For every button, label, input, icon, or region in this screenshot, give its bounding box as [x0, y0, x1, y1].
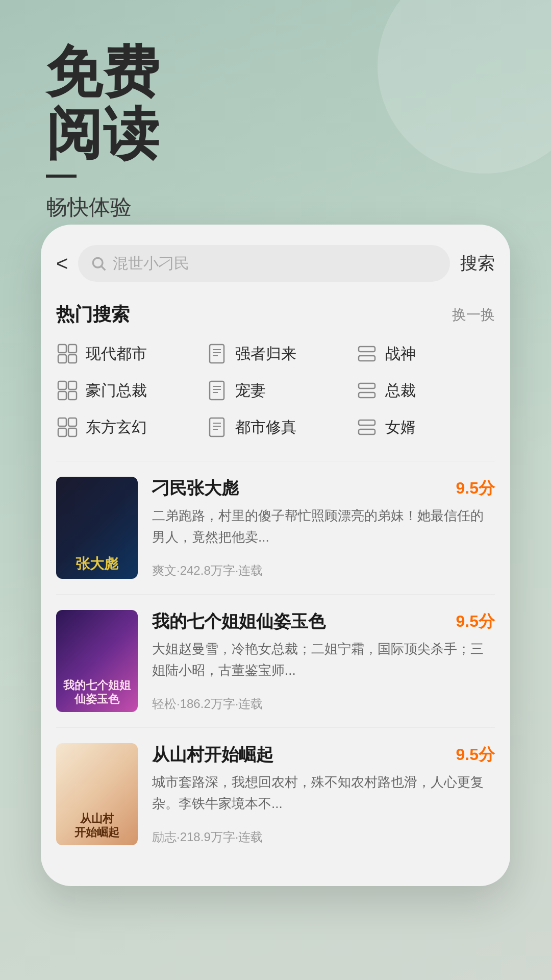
book-meta: 励志·218.9万字·连载: [152, 829, 495, 845]
book-cover: 从山村 开始崛起: [56, 743, 138, 845]
svg-rect-15: [68, 391, 77, 400]
list-icon: [356, 342, 378, 365]
book-title: 从山村开始崛起: [152, 743, 273, 767]
svg-rect-26: [210, 418, 224, 436]
book-info: 刁民张大彪 9.5分 二弟跑路，村里的傻子帮忙照顾漂亮的弟妹！她最信任的男人，竟…: [152, 477, 495, 579]
hot-tag-item[interactable]: 总裁: [356, 379, 495, 402]
tag-label: 总裁: [385, 380, 416, 401]
svg-rect-16: [210, 381, 224, 400]
book-title-row: 刁民张大彪 9.5分: [152, 477, 495, 500]
svg-rect-31: [359, 429, 375, 434]
tag-label: 东方玄幻: [86, 417, 147, 438]
hero-section: 免费 阅读 畅快体验: [46, 41, 160, 222]
book-list: 张大彪 刁民张大彪 9.5分 二弟跑路，村里的傻子帮忙照顾漂亮的弟妹！她最信任的…: [56, 461, 495, 861]
tag-label: 宠妻: [235, 380, 266, 401]
background-decoration: [378, 0, 551, 174]
book-meta: 轻松·186.2万字·连载: [152, 696, 495, 712]
cover-text: 我的七个姐姐 仙姿玉色: [63, 679, 131, 706]
svg-rect-5: [68, 355, 77, 363]
refresh-action[interactable]: 换一换: [452, 305, 495, 325]
section-header: 热门搜索 换一换: [56, 302, 495, 327]
grid-icon: [56, 342, 79, 365]
book-cover: 张大彪: [56, 477, 138, 579]
search-placeholder: 混世小刁民: [113, 253, 189, 274]
book-title-row: 从山村开始崛起 9.5分: [152, 743, 495, 767]
book-title: 我的七个姐姐仙姿玉色: [152, 610, 325, 633]
book-info: 从山村开始崛起 9.5分 城市套路深，我想回农村，殊不知农村路也滑，人心更复杂。…: [152, 743, 495, 845]
search-icon: [90, 255, 107, 272]
book-info: 我的七个姐姐仙姿玉色 9.5分 大姐赵曼雪，冷艳女总裁；二姐宁霜，国际顶尖杀手；…: [152, 610, 495, 712]
hot-tag-item[interactable]: 女婿: [356, 416, 495, 438]
search-input-wrap[interactable]: 混世小刁民: [78, 245, 450, 282]
hot-search-title: 热门搜索: [56, 302, 130, 327]
svg-rect-4: [58, 355, 66, 363]
cover-text: 从山村 开始崛起: [74, 812, 119, 839]
book-item[interactable]: 张大彪 刁民张大彪 9.5分 二弟跑路，村里的傻子帮忙照顾漂亮的弟妹！她最信任的…: [56, 461, 495, 594]
hot-tag-item[interactable]: 战神: [356, 342, 495, 365]
phone-mockup: < 混世小刁民 搜索 热门搜索 换一换: [41, 225, 510, 886]
svg-rect-13: [68, 381, 77, 389]
book-item[interactable]: 从山村 开始崛起 从山村开始崛起 9.5分 城市套路深，我想回农村，殊不知农村路…: [56, 727, 495, 861]
hot-tag-item[interactable]: 豪门总裁: [56, 379, 195, 402]
book-icon: [206, 342, 228, 365]
hot-tags-grid: 现代都市 强者归来 战神: [56, 342, 495, 438]
book-title: 刁民张大彪: [152, 477, 239, 500]
book-item[interactable]: 我的七个姐姐 仙姿玉色 我的七个姐姐仙姿玉色 9.5分 大姐赵曼雪，冷艳女总裁；…: [56, 594, 495, 727]
book-desc: 城市套路深，我想回农村，殊不知农村路也滑，人心更复杂。李铁牛家境本不...: [152, 772, 495, 814]
hero-divider: [46, 175, 77, 178]
hot-tag-item[interactable]: 宠妻: [206, 379, 345, 402]
svg-point-0: [93, 258, 103, 267]
svg-rect-11: [359, 356, 375, 361]
book-score: 9.5分: [456, 744, 495, 766]
grid-icon: [56, 416, 79, 438]
book-icon: [206, 379, 228, 402]
svg-rect-6: [210, 345, 224, 363]
svg-line-1: [102, 266, 105, 270]
back-button[interactable]: <: [56, 252, 68, 275]
book-desc: 二弟跑路，村里的傻子帮忙照顾漂亮的弟妹！她最信任的男人，竟然把他卖...: [152, 505, 495, 548]
tag-label: 都市修真: [235, 417, 296, 438]
search-bar-row: < 混世小刁民 搜索: [56, 245, 495, 282]
cover-text: 张大彪: [76, 555, 118, 573]
hero-title: 免费 阅读: [46, 41, 160, 164]
list-icon: [356, 416, 378, 438]
book-score: 9.5分: [456, 610, 495, 633]
tag-label: 战神: [385, 344, 416, 364]
tag-label: 现代都市: [86, 344, 147, 364]
book-icon: [206, 416, 228, 438]
svg-rect-10: [359, 347, 375, 352]
book-title-row: 我的七个姐姐仙姿玉色 9.5分: [152, 610, 495, 633]
tag-label: 女婿: [385, 417, 416, 438]
svg-rect-21: [359, 393, 375, 398]
svg-rect-20: [359, 383, 375, 388]
book-meta: 爽文·242.8万字·连载: [152, 562, 495, 579]
svg-rect-23: [68, 418, 77, 426]
hot-tag-item[interactable]: 现代都市: [56, 342, 195, 365]
svg-rect-14: [58, 391, 66, 400]
tag-label: 强者归来: [235, 344, 296, 364]
svg-rect-2: [58, 345, 66, 353]
svg-rect-12: [58, 381, 66, 389]
list-icon: [356, 379, 378, 402]
hot-tag-item[interactable]: 都市修真: [206, 416, 345, 438]
hot-tag-item[interactable]: 强者归来: [206, 342, 345, 365]
svg-rect-25: [68, 428, 77, 436]
book-desc: 大姐赵曼雪，冷艳女总裁；二姐宁霜，国际顶尖杀手；三姐陆小昭，古董鉴宝师...: [152, 639, 495, 681]
svg-rect-30: [359, 420, 375, 425]
hero-subtitle: 畅快体验: [46, 193, 160, 222]
book-score: 9.5分: [456, 477, 495, 500]
hot-tag-item[interactable]: 东方玄幻: [56, 416, 195, 438]
search-button[interactable]: 搜索: [460, 252, 495, 275]
svg-rect-24: [58, 428, 66, 436]
grid-icon: [56, 379, 79, 402]
svg-rect-3: [68, 345, 77, 353]
svg-rect-22: [58, 418, 66, 426]
hot-search-section: 热门搜索 换一换 现代都市: [56, 302, 495, 438]
book-cover: 我的七个姐姐 仙姿玉色: [56, 610, 138, 712]
tag-label: 豪门总裁: [86, 380, 147, 401]
